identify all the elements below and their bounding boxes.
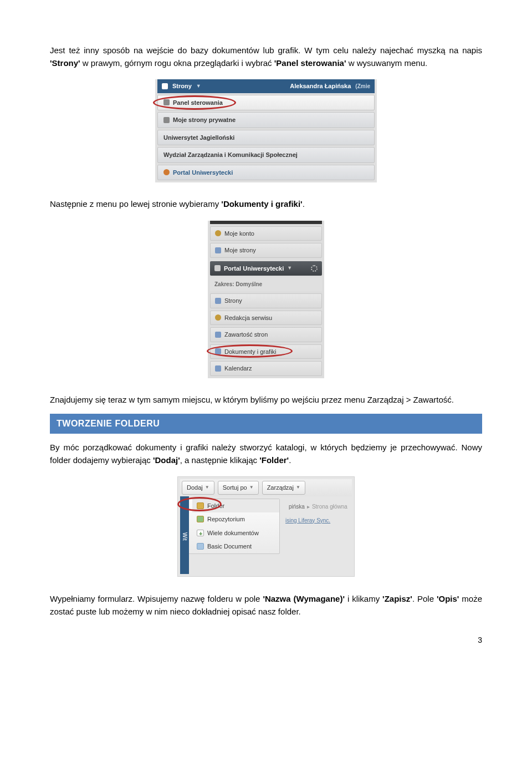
repo-icon (197, 516, 204, 522)
sidebar-label: Zawartość stron (224, 330, 268, 339)
sidebar-label: Kalendarz (224, 364, 252, 373)
dropdown-menu: Folder Repozytorium Wiele dokumentów Bas… (180, 499, 280, 554)
text-bold: 'Dodaj' (153, 455, 180, 465)
text-bold: 'Nazwa (Wymagane)' (263, 594, 345, 603)
group-icon (214, 265, 221, 271)
figure-top-menu: Strony ▼ Aleksandra Łapińska (Zmie Panel… (50, 79, 482, 182)
sort-button[interactable]: Sortuj po ▼ (218, 481, 259, 495)
dropdown-item[interactable]: Basic Document (192, 540, 279, 553)
sidebar-item[interactable]: Kalendarz (210, 361, 322, 376)
paragraph-form: Wypełniamy formularz. Wpisujemy nazwę fo… (50, 593, 482, 618)
sidebar-item[interactable]: Moje konto (210, 226, 322, 241)
menu-label: Uniwersytet Jagielloński (163, 133, 234, 143)
text-bold: 'Dokumenty i grafiki' (221, 199, 302, 209)
dropdown-label: Wiele dokumentów (207, 529, 259, 538)
text: . (303, 199, 305, 209)
text: w prawym, górnym rogu okna przeglądarki … (80, 58, 274, 68)
text: . (289, 455, 291, 465)
scope-label[interactable]: Zakres: Domyślne (210, 277, 322, 291)
text: w wysuwanym menu. (346, 58, 427, 68)
text: . Pole (412, 594, 437, 603)
sidebar-label: Moje konto (224, 229, 254, 238)
text-bold: 'Zapisz' (382, 594, 412, 603)
sidebar-section-label: Portal Uniwersytecki (224, 264, 284, 273)
text: Wypełniamy formularz. Wpisujemy nazwę fo… (50, 594, 263, 603)
text-bold: 'Opis' (437, 594, 459, 603)
home-icon (162, 83, 168, 89)
paragraph-intro: Jest też inny sposób na wejście do bazy … (50, 44, 482, 69)
button-label: Dodaj (187, 483, 203, 492)
manage-button[interactable]: Zarządzaj ▼ (262, 481, 305, 495)
figure-left-menu: Moje konto Moje strony Portal Uniwersyte… (50, 221, 482, 378)
text-bold: 'Folder' (259, 455, 289, 465)
menu-item[interactable]: Wydział Zarządzania i Komunikacji Społec… (157, 147, 375, 163)
chevron-down-icon: ▼ (287, 265, 292, 272)
dropdown-item[interactable]: Repozytorium (192, 512, 279, 526)
paragraph-folder-intro: By móc porządkować dokumenty i grafiki n… (50, 441, 482, 466)
sidebar-section-header[interactable]: Portal Uniwersytecki ▼ (210, 261, 322, 276)
text: , a następnie klikając (180, 455, 259, 465)
breadcrumb-part: pińska (289, 502, 305, 511)
menu-label: Portal Uniwersytecki (173, 168, 233, 177)
text-bold: 'Panel sterowania' (274, 58, 346, 68)
user-role: (Zmie (355, 82, 370, 90)
dropdown-label: Repozytorium (207, 515, 245, 524)
editor-icon (215, 314, 221, 321)
topbar-home-label[interactable]: Strony (172, 82, 192, 91)
user-icon (215, 230, 221, 236)
highlight-ellipse (207, 344, 293, 358)
sidebar-label: Moje strony (224, 246, 256, 255)
pages-icon (163, 117, 170, 123)
section-heading-folder: TWORZENIE FOLDERU (50, 414, 482, 434)
sidebar-item[interactable]: Strony (210, 293, 322, 308)
chevron-down-icon: ▼ (196, 83, 201, 90)
chevron-down-icon: ▼ (296, 484, 300, 491)
calendar-icon (215, 365, 221, 372)
chevron-down-icon: ▼ (249, 484, 254, 491)
sidebar-item[interactable]: Zawartość stron (210, 327, 322, 342)
page-number: 3 (50, 634, 482, 646)
add-button[interactable]: Dodaj ▼ (182, 481, 214, 495)
menu-item[interactable]: Portal Uniwersytecki (157, 165, 375, 181)
toolbar: Dodaj ▼ Sortuj po ▼ Zarządzaj ▼ (180, 479, 352, 496)
text: i klikamy (345, 594, 382, 603)
sidebar-label: Strony (224, 296, 242, 306)
user-name[interactable]: Aleksandra Łapińska (290, 82, 351, 91)
pages-icon (215, 247, 221, 253)
dropdown-label: Basic Document (207, 542, 252, 551)
text-bold: 'Strony' (50, 58, 80, 68)
text: Jest też inny sposób na wejście do bazy … (50, 45, 482, 55)
liferay-sync-link[interactable]: ising Liferay Sync. (285, 517, 330, 524)
star-icon (163, 169, 170, 175)
paragraph-result: Znajdujemy się teraz w tym samym miejscu… (50, 394, 482, 407)
menu-item[interactable]: Moje strony prywatne (157, 112, 375, 128)
sidebar-item[interactable]: Redakcja serwisu (210, 311, 322, 326)
button-label: Zarządzaj (267, 483, 294, 492)
button-label: Sortuj po (223, 483, 247, 492)
gear-icon[interactable] (311, 265, 318, 272)
figure-dark-strip (210, 221, 322, 224)
paragraph-step2: Następnie z menu po lewej stronie wybier… (50, 198, 482, 211)
breadcrumb: pińska ▸ Strona główna (285, 501, 352, 512)
content-icon (215, 332, 221, 338)
sidebar-label: Redakcja serwisu (224, 313, 272, 323)
topbar: Strony ▼ Aleksandra Łapińska (Zmie (157, 79, 375, 93)
dropdown-item[interactable]: Wiele dokumentów (192, 526, 279, 540)
highlight-ellipse (153, 95, 236, 110)
menu-label: Moje strony prywatne (173, 115, 236, 125)
page-icon (215, 298, 221, 304)
menu-label: Wydział Zarządzania i Komunikacji Społec… (163, 150, 298, 160)
add-many-icon (197, 530, 204, 536)
chevron-down-icon: ▼ (205, 484, 209, 491)
figure-add-folder: Dodaj ▼ Sortuj po ▼ Zarządzaj ▼ Wit Fold… (50, 476, 482, 577)
breadcrumb-sep: ▸ (307, 502, 310, 511)
document-icon (197, 543, 204, 550)
sidebar-item[interactable]: Moje strony (210, 243, 322, 258)
text: Następnie z menu po lewej stronie wybier… (50, 199, 221, 209)
menu-item[interactable]: Uniwersytet Jagielloński (157, 130, 375, 146)
breadcrumb-part[interactable]: Strona główna (312, 502, 347, 511)
